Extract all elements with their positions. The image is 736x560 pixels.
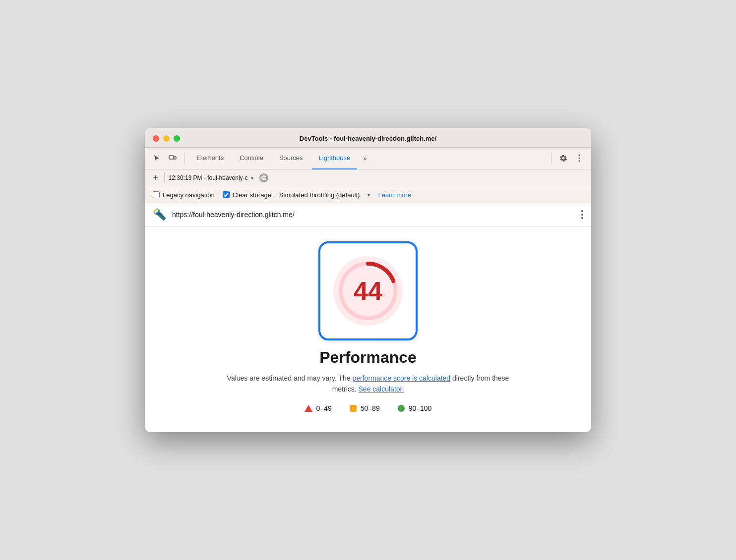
orange-square-icon (350, 405, 357, 412)
svg-point-2 (579, 155, 580, 156)
tab-console[interactable]: Console (233, 148, 270, 169)
window-title: DevTools - foul-heavenly-direction.glitc… (300, 135, 436, 142)
target-url: https://foul-heavenly-direction.glitch.m… (172, 211, 575, 219)
clear-storage-checkbox-label[interactable]: Clear storage (223, 191, 271, 199)
performance-description: Values are estimated and may vary. The p… (219, 373, 517, 395)
tab-elements[interactable]: Elements (190, 148, 231, 169)
clear-storage-checkbox[interactable] (223, 191, 230, 198)
no-entry-icon[interactable] (259, 173, 268, 182)
main-content: 44 Performance Values are estimated and … (145, 226, 591, 433)
performance-title: Performance (319, 348, 417, 367)
tab-lighthouse[interactable]: Lighthouse (312, 148, 358, 169)
performance-score-card: 44 (318, 241, 418, 340)
maximize-button[interactable] (174, 135, 180, 142)
legacy-nav-label: Legacy navigation (163, 191, 215, 199)
toolbar-separator (164, 173, 165, 183)
url-row: 🔦 https://foul-heavenly-direction.glitch… (145, 203, 591, 226)
more-options-button[interactable] (572, 151, 586, 165)
minimize-button[interactable] (163, 135, 170, 142)
second-toolbar: + 12:30:13 PM - foul-heavenly-c ▾ (145, 169, 591, 187)
settings-button[interactable] (556, 151, 570, 165)
legend-item-red: 0–49 (305, 404, 332, 412)
clear-storage-label: Clear storage (233, 191, 271, 199)
session-label: 12:30:13 PM - foul-heavenly-c (169, 174, 248, 181)
legacy-nav-checkbox-label[interactable]: Legacy navigation (153, 191, 215, 199)
cursor-icon-button[interactable] (150, 151, 164, 165)
devtools-window: DevTools - foul-heavenly-direction.glitc… (145, 128, 591, 433)
legend-range-red: 0–49 (316, 404, 332, 412)
performance-score-link[interactable]: performance score is calculated (352, 374, 450, 382)
tab-sources[interactable]: Sources (272, 148, 310, 169)
devtools-right-icons (556, 151, 586, 165)
options-bar: Legacy navigation Clear storage Simulate… (145, 187, 591, 203)
window-controls (153, 135, 180, 142)
svg-point-3 (579, 158, 580, 159)
svg-rect-1 (174, 157, 176, 159)
lighthouse-icon: 🔦 (153, 208, 166, 221)
learn-more-link[interactable]: Learn more (378, 191, 411, 199)
devtools-tabs-bar: Elements Console Sources Lighthouse » (145, 148, 591, 169)
url-bar: 12:30:13 PM - foul-heavenly-c ▾ (169, 174, 253, 181)
gauge-background: 44 (333, 256, 403, 326)
legend-item-orange: 50–89 (350, 404, 380, 412)
red-triangle-icon (305, 405, 312, 412)
legend-range-green: 90–100 (409, 404, 432, 412)
close-button[interactable] (153, 135, 159, 142)
device-toggle-button[interactable] (166, 151, 180, 165)
legacy-nav-checkbox[interactable] (153, 191, 160, 198)
legend-item-green: 90–100 (398, 404, 432, 412)
session-dropdown-arrow[interactable]: ▾ (251, 175, 253, 181)
add-session-button[interactable]: + (151, 173, 160, 182)
calculator-link[interactable]: See calculator. (359, 385, 404, 393)
performance-score-number: 44 (354, 276, 382, 306)
score-legend: 0–49 50–89 90–100 (305, 404, 432, 412)
tab-separator-2 (551, 153, 552, 164)
throttling-dropdown-arrow[interactable]: ▾ (368, 192, 370, 198)
svg-point-4 (579, 161, 580, 162)
tab-overflow-button[interactable]: » (359, 147, 370, 169)
tab-separator-1 (184, 153, 185, 164)
legend-range-orange: 50–89 (361, 404, 380, 412)
throttling-label: Simulated throttling (default) (279, 191, 360, 199)
title-bar: DevTools - foul-heavenly-direction.glitc… (145, 128, 591, 148)
svg-rect-0 (169, 156, 174, 159)
green-circle-icon (398, 405, 405, 412)
kebab-menu-button[interactable] (581, 210, 583, 219)
